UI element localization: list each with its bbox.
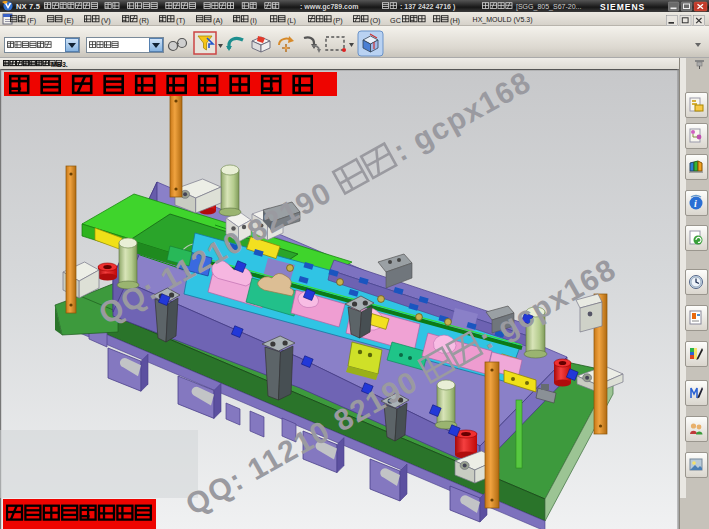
svg-text:i: i bbox=[694, 198, 697, 209]
